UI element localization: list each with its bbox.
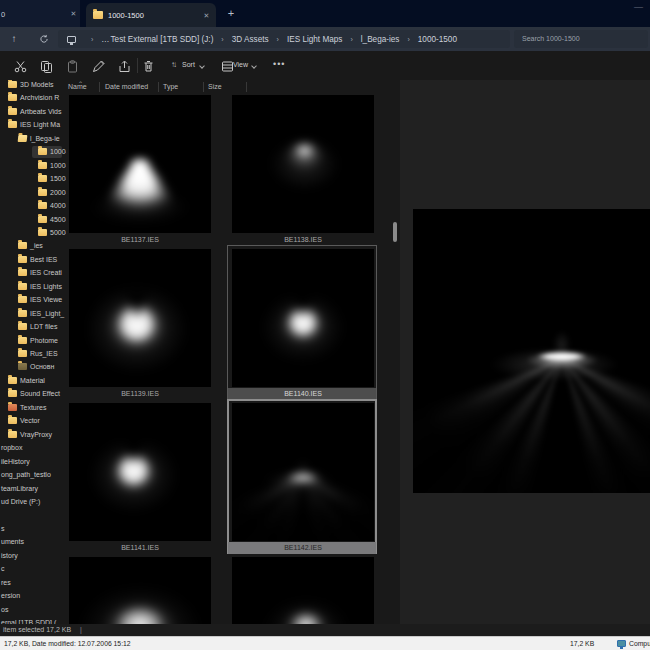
sidebar-item[interactable]: teamLibrary <box>0 483 66 496</box>
sidebar-item[interactable]: 5000- <box>0 227 66 240</box>
close-tab-icon[interactable]: ✕ <box>69 9 78 18</box>
refresh-button[interactable] <box>36 31 52 47</box>
sidebar-item-label: Archvision R <box>20 94 59 101</box>
sidebar-item-label: ong_path_testlo <box>1 471 51 478</box>
sidebar-item[interactable]: 4000- <box>0 200 66 213</box>
delete-button[interactable] <box>142 59 155 72</box>
sidebar-item[interactable]: l_Bega-ie <box>0 133 66 146</box>
sidebar-item[interactable]: Rus_IES <box>0 348 66 361</box>
sidebar-item[interactable]: Best IES <box>0 254 66 267</box>
sidebar-item[interactable]: IES Creati <box>0 267 66 280</box>
sidebar-item[interactable]: uments <box>0 536 66 549</box>
sidebar-item[interactable]: s <box>0 523 66 536</box>
sidebar-item[interactable]: ersion <box>0 590 66 603</box>
sidebar-item[interactable]: _ies <box>0 240 66 253</box>
details-bar: 17,2 KB, Date modified: 12.07.2006 15:12… <box>0 636 650 650</box>
sidebar-item[interactable]: IES Lights <box>0 281 66 294</box>
file-thumbnail-BE1138.IES[interactable] <box>232 95 374 233</box>
breadcrumb-item[interactable]: l_Bega-ies <box>361 35 400 44</box>
sidebar-item[interactable]: ileHistory <box>0 456 66 469</box>
breadcrumb-chevron-icon: › <box>407 36 409 43</box>
file-thumbnail[interactable] <box>232 557 374 624</box>
sidebar-item-label: IES_Light_ <box>30 310 64 317</box>
sidebar-item[interactable]: ong_path_testlo <box>0 469 66 482</box>
column-header-name[interactable]: Name⌃ <box>68 83 87 90</box>
rename-button[interactable] <box>92 59 105 72</box>
sidebar-item[interactable]: 3D Models <box>0 80 66 92</box>
new-tab-button[interactable]: + <box>224 6 238 20</box>
file-thumbnail-BE1141.IES[interactable] <box>69 403 211 541</box>
sidebar-item[interactable]: Textures <box>0 402 66 415</box>
share-button[interactable] <box>118 59 131 72</box>
sidebar-item[interactable]: Vector <box>0 415 66 428</box>
sidebar-item[interactable]: res <box>0 577 66 590</box>
file-list-scrollbar[interactable] <box>393 222 397 242</box>
breadcrumb-item[interactable]: 1000-1500 <box>418 35 457 44</box>
column-divider <box>158 82 159 92</box>
sidebar-item[interactable]: Material <box>0 375 66 388</box>
breadcrumb-item[interactable]: IES Light Maps <box>287 35 343 44</box>
sort-dropdown-caret-icon <box>199 63 205 69</box>
sort-button[interactable]: Sort <box>182 61 195 68</box>
tab-active[interactable]: 1000-1500 ✕ <box>86 3 216 27</box>
sidebar-item[interactable]: Photome <box>0 335 66 348</box>
sidebar-item-label: 2000- <box>50 189 66 196</box>
sidebar-item[interactable]: istory <box>0 550 66 563</box>
file-thumbnail[interactable] <box>69 557 211 624</box>
glow-shadow-notch <box>126 293 148 317</box>
file-thumbnail-BE1142.IES[interactable] <box>232 403 374 541</box>
sidebar-item[interactable]: ernal [1TB SDD] ( <box>0 617 66 624</box>
sidebar-item[interactable]: IES_Light_ <box>0 308 66 321</box>
file-thumbnail-BE1137.IES[interactable] <box>69 95 211 233</box>
sidebar-item-label: ersion <box>1 592 20 599</box>
sidebar-item[interactable]: IES Viewe <box>0 294 66 307</box>
breadcrumb-item[interactable]: 3D Assets <box>232 35 269 44</box>
column-header-date-modified[interactable]: Date modified <box>105 83 148 90</box>
sidebar-item[interactable]: 2000- <box>0 187 66 200</box>
sidebar-item-label: istory <box>1 552 18 559</box>
minimize-button[interactable]: — <box>634 2 643 12</box>
file-thumbnail-BE1140.IES[interactable] <box>232 249 374 387</box>
more-options-button[interactable]: ••• <box>273 59 285 69</box>
sidebar-item[interactable]: Archvision R <box>0 92 66 105</box>
sidebar-item-label: Textures <box>20 404 46 411</box>
view-button[interactable]: View <box>233 61 248 68</box>
sidebar-item-label: uments <box>1 538 24 545</box>
search-input[interactable]: Search 1000-1500 <box>514 30 648 48</box>
sidebar-item[interactable]: Artbeats Vids <box>0 106 66 119</box>
sidebar-item[interactable]: os <box>0 604 66 617</box>
sidebar-item[interactable]: 4500- <box>0 214 66 227</box>
folder-icon <box>18 296 27 303</box>
up-button[interactable]: ↑ <box>6 31 22 47</box>
tab-background[interactable]: 0 ✕ <box>0 0 80 27</box>
sidebar-item[interactable]: ropbox <box>0 442 66 455</box>
breadcrumb-overflow[interactable]: … <box>101 35 110 44</box>
sidebar-item[interactable]: 1000- <box>0 146 66 159</box>
file-thumbnail-BE1139.IES[interactable] <box>69 249 211 387</box>
status-caret: | <box>80 626 82 633</box>
sidebar-item[interactable]: IES Light Ma <box>0 119 66 132</box>
column-header-type[interactable]: Type <box>163 83 178 90</box>
sidebar-item[interactable]: Sound Effect <box>0 388 66 401</box>
sidebar-item[interactable]: 1000- <box>0 160 66 173</box>
preview-image <box>413 209 650 493</box>
sidebar-item[interactable]: c <box>0 563 66 576</box>
sidebar-item[interactable]: LDT files <box>0 321 66 334</box>
paste-button[interactable] <box>66 59 79 72</box>
cut-button[interactable] <box>14 59 27 72</box>
glow-shadow-notch <box>292 292 314 316</box>
close-tab-icon[interactable]: ✕ <box>202 11 211 20</box>
address-field[interactable]: › … Test External [1TB SDD] (J:)›3D Asse… <box>58 30 510 48</box>
sidebar-item[interactable]: 1500- <box>0 173 66 186</box>
sidebar-item[interactable]: VrayProxy <box>0 429 66 442</box>
copy-button[interactable] <box>40 59 53 72</box>
sidebar-item-label: ud Drive (P:) <box>1 498 40 505</box>
breadcrumb-item[interactable]: Test External [1TB SDD] (J:) <box>111 35 214 44</box>
folder-icon <box>93 11 103 19</box>
folder-icon <box>38 148 47 155</box>
folder-icon <box>38 229 47 236</box>
sidebar-item[interactable]: ud Drive (P:) <box>0 496 66 509</box>
preview-pane <box>400 80 650 624</box>
column-header-size[interactable]: Size <box>208 83 222 90</box>
sidebar-item[interactable]: Основн <box>0 361 66 374</box>
